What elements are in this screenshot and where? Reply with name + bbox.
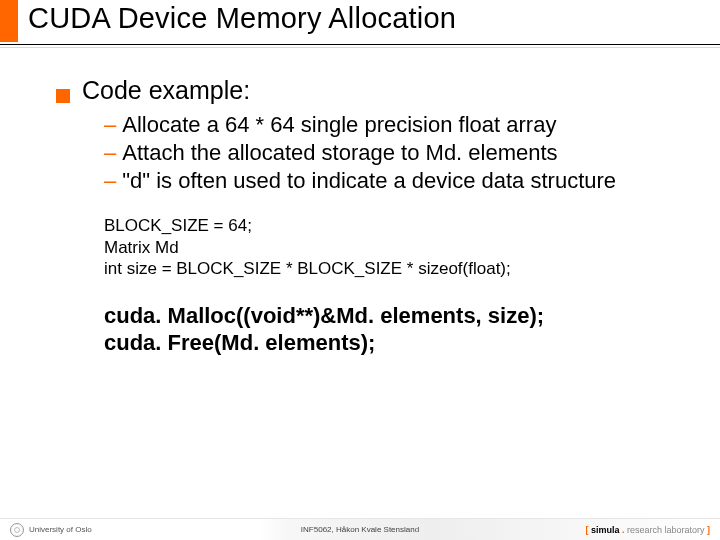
- dot-icon: .: [619, 525, 627, 535]
- dash-icon: –: [104, 167, 116, 195]
- footer: University of Oslo INF5062, Håkon Kvale …: [0, 518, 720, 540]
- list-item-text: "d" is often used to indicate a device d…: [122, 167, 680, 195]
- slide-title: CUDA Device Memory Allocation: [18, 0, 456, 35]
- api-call-block: cuda. Malloc((void**)&Md. elements, size…: [56, 303, 680, 357]
- content-area: Code example: – Allocate a 64 * 64 singl…: [0, 48, 720, 357]
- footer-center: INF5062, Håkon Kvale Stensland: [301, 525, 419, 534]
- code-line: int size = BLOCK_SIZE * BLOCK_SIZE * siz…: [104, 258, 680, 279]
- bullet-heading-row: Code example:: [56, 76, 680, 105]
- footer-right: [ simula . research laboratory ]: [585, 525, 710, 535]
- title-underline: [0, 44, 720, 45]
- code-line: Matrix Md: [104, 237, 680, 258]
- api-call-line: cuda. Malloc((void**)&Md. elements, size…: [104, 303, 680, 330]
- footer-affiliation: University of Oslo: [29, 525, 92, 534]
- list-item: – Allocate a 64 * 64 single precision fl…: [104, 111, 680, 139]
- code-block: BLOCK_SIZE = 64; Matrix Md int size = BL…: [56, 215, 680, 279]
- sub-bullet-list: – Allocate a 64 * 64 single precision fl…: [56, 111, 680, 195]
- list-item-text: Allocate a 64 * 64 single precision floa…: [122, 111, 680, 139]
- list-item: – "d" is often used to indicate a device…: [104, 167, 680, 195]
- square-bullet-icon: [56, 89, 70, 103]
- title-bar: CUDA Device Memory Allocation: [0, 0, 720, 42]
- code-line: BLOCK_SIZE = 64;: [104, 215, 680, 236]
- simula-text: simula: [591, 525, 620, 535]
- lab-text: research laboratory: [627, 525, 705, 535]
- footer-left: University of Oslo: [10, 523, 92, 537]
- dash-icon: –: [104, 111, 116, 139]
- list-item: – Attach the allocated storage to Md. el…: [104, 139, 680, 167]
- dash-icon: –: [104, 139, 116, 167]
- university-seal-icon: [10, 523, 24, 537]
- bullet-heading: Code example:: [82, 76, 250, 105]
- api-call-line: cuda. Free(Md. elements);: [104, 330, 680, 357]
- title-accent: [0, 0, 18, 42]
- bracket-close-icon: ]: [705, 525, 711, 535]
- list-item-text: Attach the allocated storage to Md. elem…: [122, 139, 680, 167]
